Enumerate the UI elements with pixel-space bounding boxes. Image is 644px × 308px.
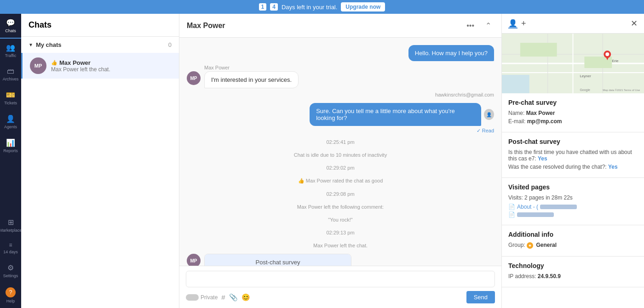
ip-row: IP address: 24.9.50.9 (508, 273, 638, 279)
private-switch[interactable] (186, 294, 199, 301)
scroll-up-button[interactable]: ⌃ (483, 20, 494, 31)
sidebar-item-marketplace[interactable]: ⊞ Marketplace (0, 213, 21, 237)
group-row: Group: ★ General (508, 242, 638, 249)
chat-avatar: MP (30, 57, 46, 74)
post-chat-q2-row: Was the case resolved during the chat?: … (508, 164, 638, 170)
read-status: ✓ Read (310, 128, 494, 134)
14days-label: 14 days (3, 250, 18, 254)
sidebar-item-help[interactable]: ? Help (0, 283, 21, 308)
email-value: mp@mp.com (527, 118, 562, 125)
page-link-blur-1 (540, 205, 577, 209)
system-message-idle: Chat is idle due to 10 minutes of inacti… (187, 150, 494, 160)
pre-chat-name-row: Name: Max Power (508, 110, 638, 116)
right-panel-tabs: 👤 + (508, 19, 526, 29)
add-tab-button[interactable]: + (521, 19, 526, 29)
help-label: Help (6, 299, 15, 303)
my-chats-section: ▼ My chats 0 (21, 37, 179, 53)
additional-info-title: Additional info (508, 231, 638, 238)
svg-text:Map data ©2021  Terms of Use: Map data ©2021 Terms of Use (603, 89, 640, 91)
sidebar-item-traffic[interactable]: 👥 Traffic (0, 39, 21, 63)
settings-label: Settings (3, 274, 18, 278)
chat-input-area: Private # 📎 😊 Send (179, 266, 501, 308)
sidebar-item-archives[interactable]: 🗃 Archives (0, 63, 21, 86)
private-label: Private (201, 294, 218, 301)
page-link-1: 📄 About - ( (508, 204, 638, 210)
sidebar-item-agents[interactable]: 👤 Agents (0, 110, 21, 134)
tickets-label: Tickets (4, 101, 17, 105)
visited-pages-title: Visited pages (508, 183, 638, 191)
hashtag-icon[interactable]: # (221, 293, 225, 301)
system-message-left: Max Power left the chat. (187, 241, 494, 250)
message-incoming-group: Max Power MP I'm interested in your serv… (187, 65, 386, 88)
chats-panel-header: Chats (21, 14, 179, 37)
post-chat-q2: Was the case resolved during the chat?: (508, 164, 608, 170)
svg-rect-7 (502, 75, 529, 93)
ip-value: 24.9.50.9 (538, 273, 561, 279)
system-message-time-1: 02:25:41 pm (187, 137, 494, 147)
chat-info: 👍 Max Power Max Power left the chat. (51, 59, 172, 73)
upgrade-button[interactable]: Upgrade now (341, 2, 385, 11)
visits-text: Visits: 2 pages in 28m 22s (508, 194, 638, 201)
system-message-comment: Max Power left the following comment: (187, 202, 494, 211)
sidebar-item-reports[interactable]: 📊 Reports (0, 134, 21, 158)
attachment-icon[interactable]: 📎 (229, 293, 238, 302)
my-chats-title[interactable]: ▼ My chats (29, 41, 62, 48)
system-message-time-2: 02:29:02 pm (187, 163, 494, 172)
traffic-label: Traffic (5, 53, 17, 58)
group-label: Group: (508, 242, 525, 248)
message-incoming: MP I'm interested in your services. (187, 71, 316, 88)
sidebar-item-chats[interactable]: 💬 Chats (0, 14, 21, 39)
agents-icon: 👤 (6, 114, 15, 123)
post-chat-card: Post-chat survey Is this the first time … (204, 254, 351, 266)
page-link-blur-2 (517, 212, 554, 217)
chat-messages: Hello. How may I help you? Max Power MP … (179, 38, 501, 266)
chat-preview: Max Power left the chat. (51, 66, 172, 73)
sidebar-item-tickets[interactable]: 🎫 Tickets (0, 86, 21, 110)
svg-text:Leyner: Leyner (580, 74, 591, 78)
emoji-icon[interactable]: 😊 (242, 293, 250, 302)
group-value: General (536, 242, 557, 248)
agent-avatar: 👤 (484, 109, 494, 120)
post-chat-avatar: MP (187, 254, 201, 266)
page-link-text-1: About - ( (517, 204, 538, 210)
additional-info-section: Additional info Group: ★ General (502, 225, 644, 257)
sender-email: hawkinsrchris@gmail.com (187, 92, 494, 97)
post-chat-title: Post-chat survey (508, 138, 638, 145)
trial-text: Days left in your trial. (282, 4, 337, 11)
bubble-outgoing-2: Sure. Can you tell me a little more abou… (310, 103, 481, 126)
input-toolbar: Private # 📎 😊 Send (186, 291, 495, 303)
user-profile-tab[interactable]: 👤 (508, 19, 518, 29)
archives-icon: 🗃 (7, 67, 14, 75)
name-value: Max Power (526, 110, 555, 116)
trial-badge-1: 1 (259, 3, 267, 11)
chats-label: Chats (5, 29, 16, 33)
chat-name: 👍 Max Power (51, 59, 172, 66)
pre-chat-email-row: E-mail: mp@mp.com (508, 118, 638, 125)
system-message-time-4: 02:29:13 pm (187, 228, 494, 237)
bubble-incoming: I'm interested in your services. (204, 71, 299, 88)
incoming-sender-label: Max Power (204, 65, 386, 70)
trial-banner: 1 4 Days left in your trial. Upgrade now (0, 0, 644, 14)
my-chats-label: My chats (36, 41, 62, 48)
visited-pages-section: Visited pages Visits: 2 pages in 28m 22s… (502, 178, 644, 225)
tickets-icon: 🎫 (6, 91, 15, 99)
close-panel-button[interactable]: ✕ (631, 18, 638, 29)
sidebar-item-settings[interactable]: ⚙ Settings (0, 259, 21, 283)
system-message-rated: 👍 Max Power rated the chat as good (187, 176, 494, 186)
svg-rect-8 (520, 43, 557, 57)
post-chat-survey-section: Post-chat survey Is this the first time … (502, 132, 644, 178)
name-label: Name: (508, 110, 524, 116)
chat-title: Max Power (187, 22, 225, 30)
chat-list-item[interactable]: MP 👍 Max Power Max Power left the chat. (21, 53, 179, 79)
svg-text:Erie: Erie (612, 59, 619, 63)
read-text: ✓ Read (477, 128, 494, 134)
send-button[interactable]: Send (466, 291, 495, 303)
message-outgoing: Hello. How may I help you? (408, 45, 494, 61)
post-chat-a2: Yes (608, 164, 618, 170)
more-options-button[interactable]: ••• (464, 21, 477, 31)
chats-icon: 💬 (6, 18, 15, 27)
pre-chat-title: Pre-chat survey (508, 99, 638, 106)
private-toggle[interactable]: Private (186, 294, 218, 301)
map-svg: Leyner Erie Google Map data ©2021 Terms … (502, 34, 644, 93)
sidebar-item-14days[interactable]: ≡ 14 days (0, 237, 21, 259)
